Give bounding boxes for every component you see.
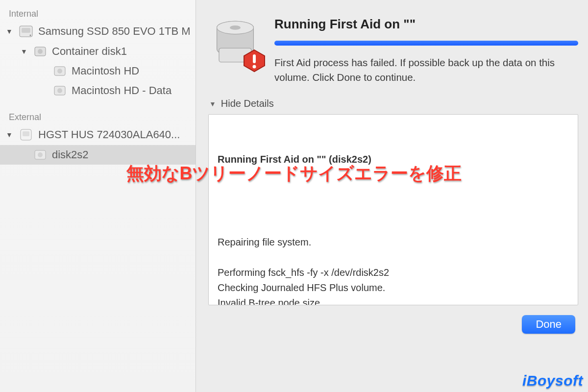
log-heading: Running First Aid on "" (disk2s2) [218,152,569,167]
done-button[interactable]: Done [522,315,575,334]
sidebar-item-label: Macintosh HD - Data [72,84,172,97]
sidebar-item-samsung-ssd[interactable]: ▼ Samsung SSD 850 EVO 1TB M [0,21,196,42]
volume-icon [53,64,67,78]
volume-icon [53,84,67,98]
dialog-title: Running First Aid on "" [274,17,578,32]
volume-icon [33,148,47,162]
external-disk-icon [19,127,33,142]
svg-point-6 [57,69,62,74]
svg-point-2 [30,35,31,36]
svg-rect-1 [22,28,30,33]
error-badge-icon [243,49,266,73]
sidebar-item-hgst-disk[interactable]: ▼ HGST HUS 724030ALA640... [0,124,196,145]
chevron-down-icon: ▼ [20,48,28,55]
disk-error-illustration [208,15,262,69]
sidebar-item-label: disk2s2 [52,148,89,161]
chevron-down-icon: ▼ [5,27,14,35]
section-internal-label: Internal [0,5,196,21]
sidebar-item-macintosh-hd-data[interactable]: Macintosh HD - Data [0,81,196,100]
sidebar-item-label: Container disk1 [52,45,127,58]
details-toggle-label: Hide Details [221,98,274,109]
chevron-down-icon: ▼ [209,100,216,108]
chevron-down-icon: ▼ [5,131,14,139]
hide-details-toggle[interactable]: ▼ Hide Details [209,98,578,109]
sidebar-item-disk2s2[interactable]: disk2s2 [0,145,196,165]
dialog-message: First Aid process has failed. If possibl… [274,55,578,84]
svg-point-19 [253,65,256,69]
svg-point-12 [38,152,43,157]
dialog-panel: Running First Aid on "" First Aid proces… [196,0,588,392]
svg-rect-18 [253,54,256,63]
sidebar-item-macintosh-hd[interactable]: Macintosh HD [0,61,196,81]
sidebar-item-label: Samsung SSD 850 EVO 1TB M [38,25,191,38]
svg-rect-10 [23,131,29,136]
container-icon [33,45,47,58]
section-external-label: External [0,108,196,124]
sidebar-item-label: HGST HUS 724030ALA640... [38,128,180,141]
svg-point-8 [57,88,62,93]
svg-point-4 [38,49,43,54]
sidebar: Internal ▼ Samsung SSD 850 EVO 1TB M ▼ C… [0,0,196,392]
log-body: Repairing file system. Performing fsck_h… [218,235,569,305]
sidebar-item-label: Macintosh HD [72,65,139,77]
svg-point-15 [230,25,241,30]
internal-disk-icon [19,24,33,39]
sidebar-item-container-disk1[interactable]: ▼ Container disk1 [0,42,196,61]
progress-bar [274,41,578,46]
first-aid-log: Running First Aid on "" (disk2s2) Repair… [208,114,578,305]
